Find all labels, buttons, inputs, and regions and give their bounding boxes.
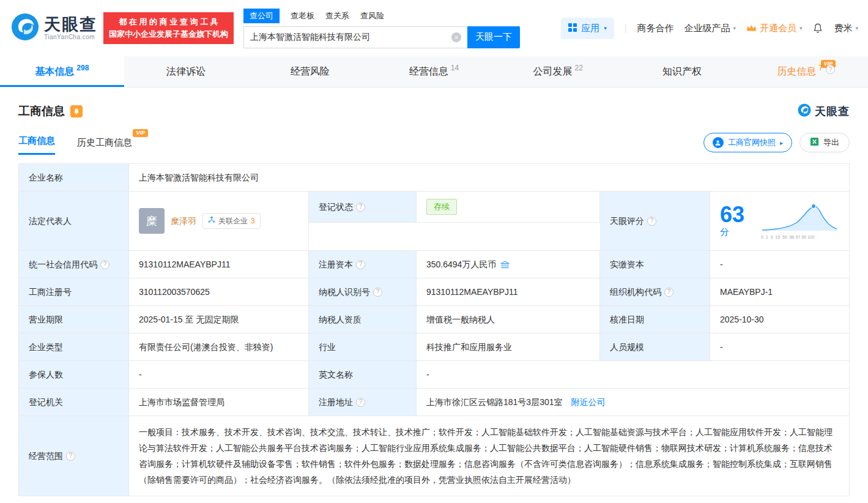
- tianyancha-logo-icon: [11, 13, 39, 43]
- logo-text: 天眼查 TianYanCha.com: [44, 16, 97, 41]
- tab-history-info[interactable]: VIP 历史信息 7 ?: [744, 56, 868, 87]
- section-actions: 工商官网快照 ▸ 导出: [703, 133, 850, 155]
- help-icon[interactable]: ?: [664, 288, 673, 297]
- reg-status-value: 存续: [417, 192, 600, 223]
- apps-button[interactable]: 应用 ▾: [561, 18, 614, 39]
- capital-bank-icon[interactable]: [500, 260, 510, 269]
- industry-value: 科技推广和应用服务业: [417, 333, 600, 360]
- tab-legal-proceedings[interactable]: 法律诉讼: [124, 56, 248, 87]
- insured-count-value: -: [129, 361, 309, 388]
- insured-count-label: 参保人数: [19, 361, 129, 388]
- score-unit: 分: [720, 226, 729, 237]
- tianyancha-logo-icon: [798, 103, 811, 119]
- tab-label: 公司发展: [533, 65, 573, 78]
- approval-date-label: 核准日期: [600, 306, 710, 333]
- registration-authority-value: 上海市市场监督管理局: [129, 389, 309, 415]
- tab-count: 22: [575, 64, 583, 72]
- help-icon[interactable]: ?: [66, 452, 75, 461]
- help-icon[interactable]: ?: [356, 260, 365, 269]
- subtab-label: 历史工商信息: [77, 137, 132, 147]
- subscribe-bell-icon[interactable]: [70, 105, 83, 117]
- business-scope-label: 经营范围 ?: [19, 416, 129, 496]
- credit-code-value: 91310112MAEAYBPJ11: [129, 251, 309, 278]
- slogan-line2: 国家中小企业发展子基金旗下机构: [109, 28, 228, 40]
- related-label: 关联企业: [218, 215, 248, 227]
- help-icon[interactable]: ?: [373, 288, 382, 297]
- tab-company-development[interactable]: 公司发展 22: [496, 56, 620, 87]
- watermark-logo: 天眼查: [798, 103, 850, 119]
- score-label: 天眼评分 ?: [600, 192, 710, 250]
- divider: |: [625, 23, 627, 33]
- cooperation-link[interactable]: 商务合作: [637, 23, 673, 34]
- company-type-label: 企业类型: [19, 333, 129, 360]
- export-button[interactable]: 导出: [799, 133, 850, 152]
- help-icon[interactable]: ?: [100, 260, 109, 269]
- score-number: 63: [720, 202, 744, 227]
- help-icon[interactable]: ?: [647, 217, 656, 226]
- notification-bell-icon[interactable]: [812, 23, 823, 34]
- table-row: 登记机关 上海市市场监督管理局 注册地址 ? 上海市徐汇区云锦路181号3层30…: [19, 389, 849, 416]
- table-row: 法定代表人 糜 糜泽羽 关联企业 3 登记状态: [19, 192, 849, 251]
- company-type-value: 有限责任公司(港澳台投资、非独资): [129, 333, 309, 360]
- header: 天眼查 TianYanCha.com 都 在 用 的 商 业 查 询 工 具 国…: [0, 0, 868, 56]
- enterprise-label: 企业级产品: [684, 23, 730, 34]
- clear-search-icon[interactable]: ×: [451, 32, 461, 42]
- export-label: 导出: [823, 137, 839, 148]
- search-tab-risk[interactable]: 查风险: [360, 9, 384, 23]
- legal-rep-value: 糜 糜泽羽 关联企业 3: [129, 192, 309, 250]
- search-tab-company[interactable]: 查公司: [243, 9, 280, 23]
- official-snapshot-button[interactable]: 工商官网快照 ▸: [703, 133, 792, 152]
- subtab-business-info[interactable]: 工商信息: [18, 135, 55, 155]
- search-tab-boss[interactable]: 查老板: [291, 9, 314, 23]
- tab-intellectual-property[interactable]: 知识产权: [620, 56, 744, 87]
- chevron-down-icon: ▾: [604, 25, 607, 31]
- vip-membership-link[interactable]: 开通会员 ▾: [746, 23, 803, 34]
- tianyancha-logo[interactable]: 天眼查 TianYanCha.com: [11, 13, 97, 43]
- registered-address-value: 上海市徐汇区云锦路181号3层301室 附近公司: [417, 389, 849, 415]
- score-curve-chart: 0 1 3 15 50 86 97 99 100: [761, 203, 839, 239]
- vip-label: 开通会员: [760, 23, 796, 34]
- tab-label: 经营风险: [291, 65, 330, 78]
- help-icon[interactable]: ?: [356, 203, 365, 212]
- search-button[interactable]: 天眼一下: [467, 26, 520, 48]
- snapshot-label: 工商官网快照: [728, 137, 776, 148]
- section-title-row: 工商信息 天眼查: [18, 103, 850, 119]
- search-tab-relation[interactable]: 查关系: [325, 9, 349, 23]
- credit-code-label: 统一社会信用代码 ?: [19, 251, 129, 278]
- paid-capital-value: -: [710, 251, 849, 278]
- company-name-label: 企业名称: [19, 164, 129, 191]
- registered-capital-label: 注册资本 ?: [309, 251, 417, 278]
- taxpayer-id-label: 纳税人识别号 ?: [309, 278, 417, 305]
- paid-capital-label: 实缴资本: [600, 251, 710, 278]
- search-input[interactable]: [243, 26, 467, 48]
- tab-business-risk[interactable]: 经营风险: [248, 56, 372, 87]
- enterprise-products-link[interactable]: 企业级产品 ▾: [684, 23, 736, 34]
- org-code-label: 组织机构代码 ?: [600, 278, 710, 305]
- subtab-history-business-info[interactable]: VIP 历史工商信息: [77, 137, 132, 155]
- search-box: × 天眼一下: [243, 26, 520, 48]
- org-code-value: MAEAYBPJ-1: [710, 278, 849, 305]
- user-name: 费米: [834, 23, 852, 34]
- tab-basic-info[interactable]: 基本信息 298: [0, 56, 124, 87]
- crown-icon: [746, 23, 757, 34]
- tab-label: 知识产权: [662, 65, 702, 78]
- tab-label: 法律诉讼: [166, 65, 206, 78]
- nearby-companies-link[interactable]: 附近公司: [571, 396, 606, 408]
- org-chart-icon: [208, 215, 215, 227]
- table-row: 参保人数 - 英文名称 -: [19, 361, 849, 389]
- watermark-text: 天眼查: [815, 104, 850, 119]
- user-menu[interactable]: 费米 ▾: [834, 23, 858, 34]
- chevron-down-icon: ▾: [855, 25, 858, 31]
- avatar[interactable]: 糜: [139, 208, 165, 234]
- approval-date-value: 2025-10-30: [710, 306, 849, 333]
- industry-label: 行业: [309, 333, 417, 360]
- legal-rep-name-link[interactable]: 糜泽羽: [171, 215, 196, 227]
- help-icon[interactable]: ?: [826, 65, 835, 74]
- apps-label: 应用: [581, 23, 599, 34]
- table-row: 企业名称 上海本智激活智能科技有限公司: [19, 164, 849, 192]
- tab-business-info[interactable]: 经营信息 14: [372, 56, 496, 87]
- english-name-label: 英文名称: [309, 361, 417, 388]
- help-icon[interactable]: ?: [356, 398, 365, 407]
- related-companies-badge[interactable]: 关联企业 3: [202, 213, 261, 229]
- table-row: 工商注册号 310112003570625 纳税人识别号 ? 91310112M…: [19, 278, 849, 306]
